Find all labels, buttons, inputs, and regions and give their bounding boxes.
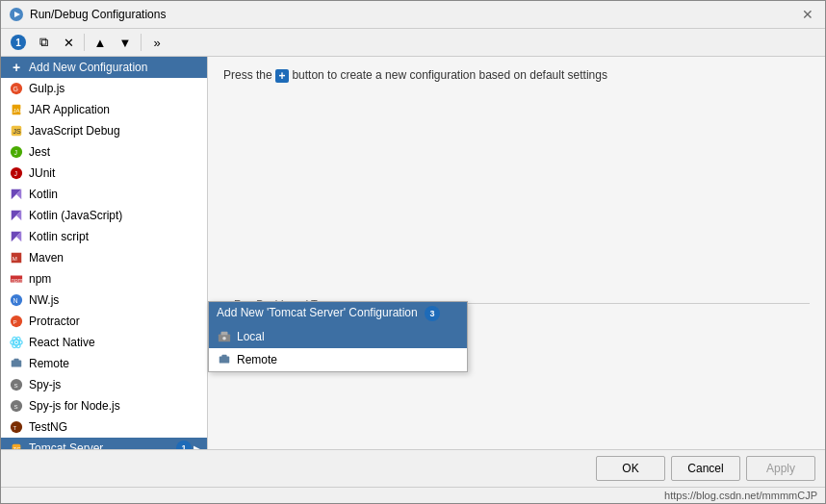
message-text: Press the bbox=[223, 68, 275, 82]
testng-icon: T bbox=[9, 419, 24, 435]
jar-icon: JAR bbox=[9, 102, 24, 117]
local-label: Local bbox=[237, 330, 265, 343]
svg-rect-46 bbox=[221, 355, 226, 358]
dropdown-item-local[interactable]: Local bbox=[209, 325, 467, 348]
toolbar-separator bbox=[84, 34, 85, 51]
list-item-react-native[interactable]: React Native bbox=[1, 332, 207, 353]
move-down-button[interactable]: ▼ bbox=[114, 32, 137, 53]
svg-point-29 bbox=[15, 341, 18, 344]
react-native-label: React Native bbox=[29, 336, 201, 349]
list-item-remote[interactable]: Remote bbox=[1, 353, 207, 374]
list-item-testng[interactable]: T TestNG bbox=[1, 416, 207, 438]
svg-text:npm: npm bbox=[12, 276, 23, 283]
content-area: + Add New Configuration G Gulp.js JAR JA… bbox=[1, 57, 825, 449]
svg-text:P: P bbox=[13, 318, 17, 325]
svg-text:T: T bbox=[13, 424, 17, 431]
list-item-jsdebug[interactable]: JS JavaScript Debug bbox=[1, 120, 207, 141]
add-badge: 1 bbox=[11, 35, 26, 50]
left-panel: + Add New Configuration G Gulp.js JAR JA… bbox=[1, 57, 208, 449]
jar-label: JAR Application bbox=[29, 103, 201, 116]
gulp-label: Gulp.js bbox=[29, 82, 201, 95]
list-item-gulp[interactable]: G Gulp.js bbox=[1, 78, 207, 99]
list-item-jest[interactable]: J Jest bbox=[1, 141, 207, 163]
npm-label: npm bbox=[29, 272, 201, 286]
more-button[interactable]: » bbox=[145, 32, 168, 53]
jest-icon: J bbox=[9, 144, 24, 160]
list-item-kotlin-script[interactable]: Kotlin script bbox=[1, 226, 207, 247]
list-item-kotlin-js[interactable]: Kotlin (JavaScript) bbox=[1, 205, 207, 226]
svg-text:JS: JS bbox=[13, 128, 22, 135]
copy-button[interactable]: ⧉ bbox=[32, 32, 55, 53]
list-item-spyjs-node[interactable]: S Spy-js for Node.js bbox=[1, 395, 207, 416]
list-item-nwjs[interactable]: N NW.js bbox=[1, 290, 207, 311]
kotlin-icon bbox=[9, 187, 24, 202]
toolbar-separator-2 bbox=[141, 34, 142, 51]
dropdown-badge: 3 bbox=[425, 306, 440, 321]
message-text2: button to create a new configuration bas… bbox=[292, 68, 607, 82]
tomcat-icon: TC bbox=[9, 441, 24, 449]
apply-button[interactable]: Apply bbox=[746, 456, 815, 481]
list-item-junit[interactable]: J JUnit bbox=[1, 163, 207, 184]
cancel-button[interactable]: Cancel bbox=[671, 456, 740, 481]
add-button[interactable]: 1 bbox=[7, 32, 30, 53]
add-new-label: Add New Configuration bbox=[29, 61, 201, 74]
list-item-tomcat[interactable]: TC Tomcat Server 1 ▶ bbox=[1, 438, 207, 449]
kotlin-js-icon bbox=[9, 208, 24, 223]
svg-text:N: N bbox=[13, 297, 18, 304]
down-icon: ▼ bbox=[119, 36, 132, 50]
junit-icon: J bbox=[9, 165, 24, 181]
remove-button[interactable]: ✕ bbox=[57, 32, 80, 53]
list-item-npm[interactable]: npm npm bbox=[1, 268, 207, 290]
ok-button[interactable]: OK bbox=[596, 456, 665, 481]
kotlin-js-label: Kotlin (JavaScript) bbox=[29, 209, 201, 222]
title-bar: Run/Debug Configurations ✕ bbox=[1, 1, 825, 29]
remote-label: Remote bbox=[29, 357, 201, 370]
status-url: https://blog.csdn.net/mmmmCJP bbox=[664, 490, 817, 501]
list-item-maven[interactable]: M Maven bbox=[1, 247, 207, 268]
tomcat-label: Tomcat Server bbox=[29, 441, 172, 449]
list-item-kotlin[interactable]: Kotlin bbox=[1, 184, 207, 205]
list-item-protractor[interactable]: P Protractor bbox=[1, 311, 207, 332]
dropdown-header: Add New 'Tomcat Server' Configuration 3 bbox=[209, 302, 467, 325]
kotlin-label: Kotlin bbox=[29, 188, 201, 201]
tomcat-badge: 1 bbox=[176, 441, 192, 449]
spyjs-label: Spy-js bbox=[29, 378, 201, 391]
svg-rect-43 bbox=[221, 332, 228, 336]
svg-rect-45 bbox=[219, 357, 230, 364]
remote-icon bbox=[9, 356, 24, 371]
protractor-label: Protractor bbox=[29, 315, 201, 328]
dropdown-header-text: Add New 'Tomcat Server' Configuration bbox=[217, 306, 418, 319]
up-icon: ▲ bbox=[94, 36, 107, 50]
title-bar-left: Run/Debug Configurations bbox=[9, 7, 166, 22]
add-new-icon: + bbox=[9, 60, 24, 75]
gulp-icon: G bbox=[9, 81, 24, 96]
more-icon: » bbox=[153, 36, 160, 50]
list-item-jar[interactable]: JAR JAR Application bbox=[1, 99, 207, 120]
react-icon bbox=[9, 335, 24, 350]
remote-sub-icon bbox=[217, 352, 232, 367]
nwjs-label: NW.js bbox=[29, 293, 201, 307]
spyjs-node-icon: S bbox=[9, 398, 24, 414]
main-message-area: Press the + button to create a new confi… bbox=[223, 68, 810, 83]
svg-point-44 bbox=[222, 337, 226, 340]
bottom-bar: OK Cancel Apply bbox=[1, 449, 825, 487]
svg-text:JAR: JAR bbox=[13, 107, 24, 113]
svg-text:G: G bbox=[13, 86, 18, 92]
empty-space bbox=[223, 98, 810, 290]
dialog-title: Run/Debug Configurations bbox=[30, 8, 166, 21]
svg-text:J: J bbox=[13, 149, 17, 156]
toolbar: 1 ⧉ ✕ ▲ ▼ » bbox=[1, 29, 825, 57]
dropdown-item-remote[interactable]: Remote bbox=[209, 348, 467, 371]
move-up-button[interactable]: ▲ bbox=[89, 32, 112, 53]
run-debug-icon bbox=[9, 7, 24, 22]
remote-sub-label: Remote bbox=[237, 353, 277, 366]
add-new-config-btn[interactable]: + Add New Configuration bbox=[1, 57, 207, 78]
kotlin-script-label: Kotlin script bbox=[29, 230, 201, 243]
local-icon bbox=[217, 329, 232, 344]
testng-label: TestNG bbox=[29, 420, 201, 434]
list-item-spyjs[interactable]: S Spy-js bbox=[1, 374, 207, 395]
copy-icon: ⧉ bbox=[39, 35, 48, 50]
maven-icon: M bbox=[9, 250, 24, 265]
close-button[interactable]: ✕ bbox=[798, 8, 817, 21]
remove-icon: ✕ bbox=[64, 36, 74, 50]
